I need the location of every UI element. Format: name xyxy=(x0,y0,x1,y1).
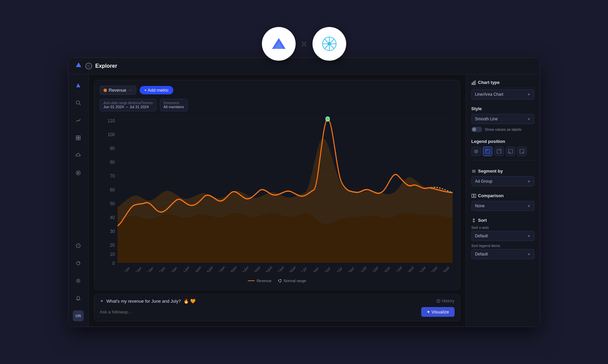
legend-pos-bottom-left[interactable] xyxy=(506,147,515,156)
svg-text:3Jul: 3Jul xyxy=(312,266,319,272)
svg-text:13Jul: 13Jul xyxy=(371,266,379,272)
add-metric-button[interactable]: + Add metric xyxy=(140,86,174,94)
date-filter-label: Auto date range America/Toronto xyxy=(104,101,153,105)
svg-text:20: 20 xyxy=(110,242,115,248)
compass-icon: ◎ xyxy=(85,63,92,69)
legend-revenue-line xyxy=(248,280,255,281)
app1-logo xyxy=(262,27,295,61)
logos-bar: × xyxy=(262,27,346,61)
ai-query-text: What's my revenue for June and July? xyxy=(107,299,181,304)
style-title: Style xyxy=(471,106,534,111)
comparison-title: Comparison xyxy=(471,193,534,198)
sidebar-item-settings[interactable] xyxy=(73,275,84,286)
legend-position-title: Legend position xyxy=(471,139,534,144)
svg-text:17Jun: 17Jun xyxy=(217,265,225,272)
svg-text:11Jul: 11Jul xyxy=(359,266,367,272)
legend-pos-top-right[interactable] xyxy=(494,147,504,156)
style-value: Smooth Line xyxy=(475,117,498,121)
sort-title: Sort xyxy=(471,218,534,223)
logo-separator: × xyxy=(301,38,307,50)
svg-text:11Jun: 11Jun xyxy=(181,265,190,272)
svg-line-11 xyxy=(79,104,81,105)
svg-text:7Jun: 7Jun xyxy=(158,266,166,272)
sort-xaxis-select[interactable]: Default ▼ xyxy=(471,231,534,241)
svg-text:30: 30 xyxy=(110,228,115,234)
svg-text:10: 10 xyxy=(110,251,115,257)
right-panel: Chart type Line/Area Chart ▼ Style Smoot… xyxy=(466,74,540,327)
chart-legend: Revenue Normal range xyxy=(100,276,455,284)
ai-input-row: ✦ Visualize xyxy=(100,307,455,317)
comparison-section: Comparison None ▼ xyxy=(471,193,534,211)
sidebar-item-refresh[interactable] xyxy=(73,258,84,269)
svg-text:?: ? xyxy=(77,244,79,248)
svg-text:7Jul: 7Jul xyxy=(336,266,343,272)
segment-by-select[interactable]: Ad Group ▼ xyxy=(471,176,534,186)
page-title: Explorer xyxy=(95,63,117,69)
svg-rect-88 xyxy=(522,152,524,153)
svg-text:50: 50 xyxy=(110,201,115,206)
comparison-arrow: ▼ xyxy=(527,204,531,208)
user-avatar[interactable]: UN xyxy=(73,310,84,321)
svg-text:19Jun: 19Jun xyxy=(229,265,237,272)
date-filter-value: Jun 01 2024 → Jul 31 2024 xyxy=(104,105,153,109)
svg-text:25Jun: 25Jun xyxy=(264,265,272,272)
svg-point-7 xyxy=(328,42,331,46)
legend-pos-top-left[interactable] xyxy=(483,147,492,156)
ai-query-row: ✦ What's my revenue for June and July? 🔥… xyxy=(100,298,455,304)
show-values-toggle-row: Show values as labels xyxy=(471,127,534,132)
sidebar: ? UN xyxy=(68,74,89,327)
svg-rect-82 xyxy=(486,150,488,151)
chart-type-select[interactable]: Line/Area Chart ▼ xyxy=(471,89,534,99)
ai-query-emojis: 🔥 🧡 xyxy=(183,299,196,304)
svg-text:15Jul: 15Jul xyxy=(383,266,390,272)
legend-pos-none[interactable] xyxy=(471,147,481,156)
svg-text:9Jul: 9Jul xyxy=(348,266,354,272)
chart-type-title: Chart type xyxy=(471,80,534,85)
sidebar-item-help[interactable]: ? xyxy=(73,240,84,251)
svg-rect-15 xyxy=(79,138,80,140)
visualize-button[interactable]: ✦ Visualize xyxy=(421,307,454,317)
sort-legend-arrow: ▼ xyxy=(527,252,531,256)
comparison-select[interactable]: None ▼ xyxy=(471,201,534,211)
sidebar-item-bell[interactable] xyxy=(73,293,84,304)
chart-type-arrow: ▼ xyxy=(527,93,531,96)
svg-text:29Jun: 29Jun xyxy=(288,265,296,272)
chart-svg-container: 110 100 90 80 70 60 50 40 30 20 10 xyxy=(100,115,455,272)
svg-rect-76 xyxy=(473,82,474,85)
ai-history-label: History xyxy=(442,299,454,303)
svg-text:23Jun: 23Jun xyxy=(252,265,261,272)
toggle-thumb xyxy=(472,127,476,131)
svg-point-10 xyxy=(76,101,80,104)
metric-color-dot xyxy=(104,89,107,92)
sidebar-item-home[interactable] xyxy=(73,80,84,91)
svg-text:19Jul: 19Jul xyxy=(406,266,414,272)
ai-query-bar: ✦ What's my revenue for June and July? 🔥… xyxy=(94,294,460,321)
sidebar-item-search[interactable] xyxy=(73,97,84,108)
sort-xaxis-label: Sort x-axis xyxy=(471,225,534,230)
ai-followup-input[interactable] xyxy=(100,309,418,314)
legend-position-buttons xyxy=(471,147,534,156)
sidebar-item-charts[interactable] xyxy=(73,115,84,126)
chart-toolbar: Revenue ⋯ + Add metric xyxy=(100,86,455,95)
svg-rect-84 xyxy=(499,150,501,151)
ai-history-button[interactable]: History xyxy=(436,299,454,303)
metric-more-btn[interactable]: ⋯ xyxy=(128,88,133,93)
svg-text:110: 110 xyxy=(107,118,115,123)
sort-legend-select[interactable]: Default ▼ xyxy=(471,249,534,259)
sidebar-item-compass[interactable] xyxy=(73,168,84,178)
app2-logo xyxy=(313,27,346,61)
style-section: Style Smooth Line ▼ Show values as label… xyxy=(471,106,534,132)
sort-legend-label: Sort legend items xyxy=(471,244,534,248)
sidebar-item-grid[interactable] xyxy=(73,132,84,143)
sidebar-item-cloud[interactable] xyxy=(73,150,84,161)
svg-rect-93 xyxy=(474,194,476,198)
chart-type-value: Line/Area Chart xyxy=(475,92,503,97)
dimension-filter[interactable]: Dimension All members xyxy=(160,99,188,111)
date-filter[interactable]: Auto date range America/Toronto Jun 01 2… xyxy=(100,99,156,111)
legend-position-section: Legend position xyxy=(471,139,534,162)
segment-by-title: Segment by xyxy=(471,169,534,174)
style-select[interactable]: Smooth Line ▼ xyxy=(471,114,534,124)
show-values-toggle[interactable] xyxy=(471,127,482,132)
legend-pos-bottom-right[interactable] xyxy=(517,147,527,156)
svg-text:21Jun: 21Jun xyxy=(240,265,249,272)
